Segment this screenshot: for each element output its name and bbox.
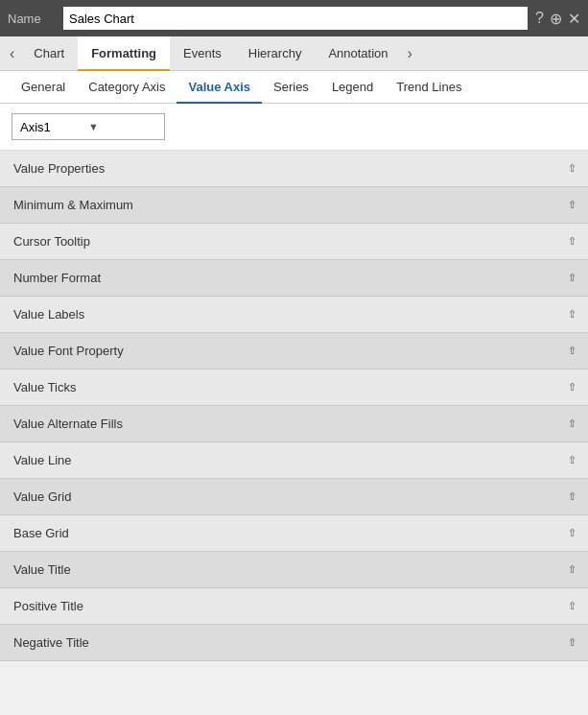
section-number-format[interactable]: Number Format ⇧: [0, 260, 588, 297]
section-chevron-negative-title: ⇧: [568, 636, 576, 649]
section-chevron-positive-title: ⇧: [568, 600, 576, 612]
tab-hierarchy[interactable]: Hierarchy: [235, 36, 316, 71]
subtab-general[interactable]: General: [10, 71, 77, 104]
section-cursor-tooltip[interactable]: Cursor Tooltip ⇧: [0, 224, 588, 260]
tab-formatting[interactable]: Formatting: [78, 36, 170, 71]
dropdown-arrow-icon: ▼: [88, 121, 156, 132]
tab-next-arrow[interactable]: ›: [402, 36, 418, 71]
section-value-line[interactable]: Value Line ⇧: [0, 442, 588, 479]
header-icons: ? ⊕ ✕: [535, 10, 580, 28]
move-icon[interactable]: ⊕: [550, 10, 562, 28]
section-label-cursor-tooltip: Cursor Tooltip: [13, 234, 90, 249]
section-value-properties[interactable]: Value Properties ⇧: [0, 151, 588, 187]
section-chevron-value-title: ⇧: [568, 563, 576, 576]
section-value-font-property[interactable]: Value Font Property ⇧: [0, 333, 588, 369]
subtab-series[interactable]: Series: [262, 71, 320, 104]
section-chevron-cursor-tooltip: ⇧: [568, 235, 576, 248]
tab-events[interactable]: Events: [170, 36, 235, 71]
section-value-alternate-fills[interactable]: Value Alternate Fills ⇧: [0, 406, 588, 442]
section-label-value-grid: Value Grid: [13, 489, 71, 504]
section-chevron-value-alternate-fills: ⇧: [568, 417, 576, 430]
section-label-value-alternate-fills: Value Alternate Fills: [13, 417, 123, 431]
tab-prev-arrow[interactable]: ‹: [4, 36, 20, 71]
section-minimum-maximum[interactable]: Minimum & Maximum ⇧: [0, 187, 588, 224]
section-label-value-properties: Value Properties: [13, 161, 105, 176]
chart-name-input[interactable]: [63, 7, 528, 30]
section-base-grid[interactable]: Base Grid ⇧: [0, 515, 588, 552]
section-chevron-value-font-property: ⇧: [568, 345, 576, 357]
section-chevron-value-line: ⇧: [568, 454, 576, 466]
section-list: Value Properties ⇧ Minimum & Maximum ⇧ C…: [0, 151, 588, 715]
section-chevron-value-properties: ⇧: [568, 162, 576, 175]
section-chevron-value-labels: ⇧: [568, 308, 576, 321]
dropdown-row: Axis1 ▼: [0, 104, 588, 151]
name-label: Name: [8, 12, 56, 26]
header-bar: Name ? ⊕ ✕: [0, 0, 588, 36]
section-label-number-format: Number Format: [13, 271, 101, 285]
section-chevron-value-grid: ⇧: [568, 490, 576, 503]
section-value-title[interactable]: Value Title ⇧: [0, 552, 588, 588]
section-value-ticks[interactable]: Value Ticks ⇧: [0, 369, 588, 406]
section-label-base-grid: Base Grid: [13, 526, 69, 540]
help-icon[interactable]: ?: [535, 10, 544, 27]
tab-chart[interactable]: Chart: [20, 36, 78, 71]
section-value-labels[interactable]: Value Labels ⇧: [0, 297, 588, 333]
subtab-legend[interactable]: Legend: [320, 71, 385, 104]
section-chevron-value-ticks: ⇧: [568, 381, 576, 393]
section-label-negative-title: Negative Title: [13, 635, 89, 650]
section-label-value-title: Value Title: [13, 562, 71, 577]
section-label-value-ticks: Value Ticks: [13, 380, 77, 394]
section-chevron-base-grid: ⇧: [568, 527, 576, 539]
tab-annotation[interactable]: Annotation: [315, 36, 401, 71]
section-label-value-line: Value Line: [13, 453, 71, 467]
subtab-trend-lines[interactable]: Trend Lines: [385, 71, 473, 104]
section-value-grid[interactable]: Value Grid ⇧: [0, 479, 588, 515]
close-icon[interactable]: ✕: [568, 10, 580, 28]
axis-dropdown[interactable]: Axis1 ▼: [12, 113, 165, 140]
section-negative-title[interactable]: Negative Title ⇧: [0, 625, 588, 661]
subtab-nav: General Category Axis Value Axis Series …: [0, 71, 588, 104]
section-label-positive-title: Positive Title: [13, 599, 83, 613]
section-chevron-minimum-maximum: ⇧: [568, 199, 576, 211]
subtab-value-axis[interactable]: Value Axis: [176, 71, 262, 104]
section-positive-title[interactable]: Positive Title ⇧: [0, 588, 588, 625]
tab-nav: ‹ Chart Formatting Events Hierarchy Anno…: [0, 36, 588, 71]
section-chevron-number-format: ⇧: [568, 272, 576, 284]
section-label-value-labels: Value Labels: [13, 307, 84, 322]
section-label-value-font-property: Value Font Property: [13, 344, 124, 358]
section-label-minimum-maximum: Minimum & Maximum: [13, 198, 133, 212]
subtab-category-axis[interactable]: Category Axis: [77, 71, 176, 104]
axis-selected-value: Axis1: [20, 120, 88, 134]
